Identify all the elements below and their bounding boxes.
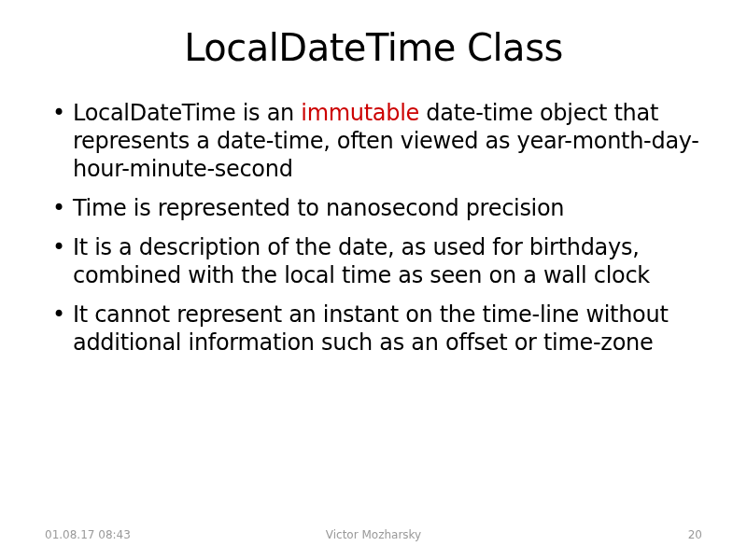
bullet-item: LocalDateTime is an immutable date-time …	[45, 99, 702, 183]
bullet-text: It is a description of the date, as used…	[73, 234, 650, 288]
bullet-item: It cannot represent an instant on the ti…	[45, 301, 702, 357]
footer-author: Victor Mozharsky	[326, 528, 421, 541]
slide-footer: 01.08.17 08:43 Victor Mozharsky 20	[0, 528, 747, 541]
bullet-list: LocalDateTime is an immutable date-time …	[45, 99, 702, 357]
bullet-text-highlight: immutable	[301, 100, 419, 126]
bullet-text: Time is represented to nanosecond precis…	[73, 195, 564, 221]
slide-container: LocalDateTime Class LocalDateTime is an …	[0, 0, 747, 560]
footer-page: 20	[688, 528, 702, 541]
footer-date: 01.08.17 08:43	[45, 528, 131, 541]
bullet-text: It cannot represent an instant on the ti…	[73, 301, 669, 356]
bullet-text: LocalDateTime is an	[73, 100, 301, 126]
slide-title: LocalDateTime Class	[45, 26, 702, 69]
bullet-item: Time is represented to nanosecond precis…	[45, 194, 702, 222]
bullet-item: It is a description of the date, as used…	[45, 233, 702, 289]
